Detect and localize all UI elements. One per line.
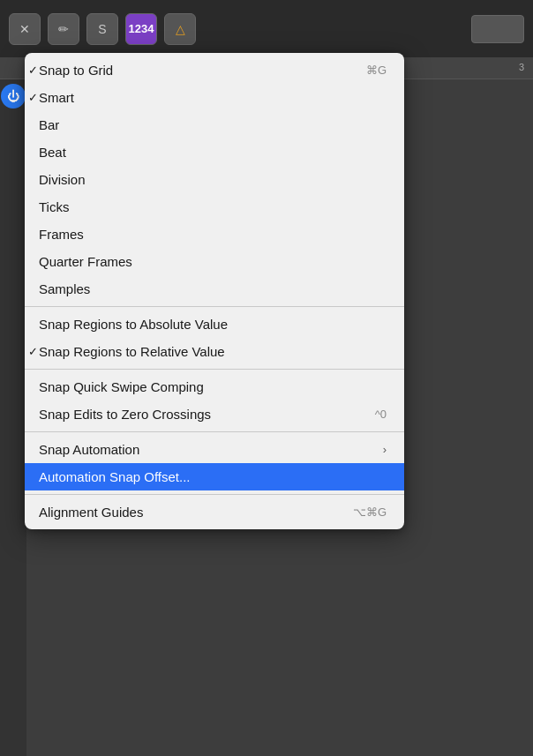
- checkmark-smart: ✓: [28, 91, 38, 104]
- menu-item-automation-snap-offset[interactable]: Automation Snap Offset...: [25, 463, 404, 490]
- menu-item-snap-quick-swipe[interactable]: Snap Quick Swipe Comping: [25, 373, 404, 400]
- menu-item-frames[interactable]: Frames: [25, 221, 404, 248]
- menu-item-snap-absolute[interactable]: Snap Regions to Absolute Value: [25, 311, 404, 338]
- separator-2: [25, 369, 404, 370]
- menu-item-bar[interactable]: Bar: [25, 111, 404, 138]
- menu-item-alignment-guides[interactable]: Alignment Guides ⌥⌘G: [25, 498, 404, 526]
- menu-label-alignment-guides: Alignment Guides: [39, 505, 143, 520]
- pencil-btn[interactable]: ✏: [48, 13, 79, 45]
- shortcut-snap-to-grid: ⌘G: [366, 64, 387, 77]
- ruler-number-3: 3: [519, 62, 524, 72]
- separator-3: [25, 431, 404, 432]
- separator-1: [25, 306, 404, 307]
- alert-btn[interactable]: △: [164, 13, 196, 45]
- menu-label-smart: Smart: [39, 90, 74, 105]
- menu-label-quarter-frames: Quarter Frames: [39, 254, 132, 269]
- menu-item-snap-edits[interactable]: Snap Edits to Zero Crossings ^0: [25, 400, 404, 428]
- menu-item-ticks[interactable]: Ticks: [25, 193, 404, 221]
- menu-item-quarter-frames[interactable]: Quarter Frames: [25, 248, 404, 275]
- checkmark-snap-to-grid: ✓: [28, 64, 38, 77]
- daw-toolbar: ✕ ✏ S 1234 △: [0, 0, 533, 57]
- menu-label-automation-snap-offset: Automation Snap Offset...: [39, 469, 191, 484]
- menu-label-snap-relative: Snap Regions to Relative Value: [39, 344, 225, 359]
- menu-item-division[interactable]: Division: [25, 166, 404, 193]
- menu-item-smart[interactable]: ✓ Smart: [25, 84, 404, 111]
- checkmark-snap-relative: ✓: [28, 345, 38, 358]
- menu-label-snap-absolute: Snap Regions to Absolute Value: [39, 317, 228, 332]
- shortcut-alignment-guides: ⌥⌘G: [353, 505, 387, 519]
- menu-item-samples[interactable]: Samples: [25, 275, 404, 303]
- menu-label-snap-edits: Snap Edits to Zero Crossings: [39, 407, 211, 422]
- shortcut-snap-edits: ^0: [375, 408, 387, 421]
- dropdown-menu: ✓ Snap to Grid ⌘G ✓ Smart Bar Beat Divis…: [25, 53, 404, 529]
- menu-label-samples: Samples: [39, 281, 90, 296]
- s-btn[interactable]: S: [86, 13, 118, 45]
- menu-label-snap-to-grid: Snap to Grid: [39, 63, 113, 78]
- menu-item-beat[interactable]: Beat: [25, 138, 404, 166]
- menu-item-snap-to-grid[interactable]: ✓ Snap to Grid ⌘G: [25, 56, 404, 84]
- menu-label-beat: Beat: [39, 145, 66, 160]
- menu-label-bar: Bar: [39, 117, 59, 132]
- menu-label-division: Division: [39, 172, 86, 187]
- menu-label-snap-automation: Snap Automation: [39, 442, 139, 457]
- counter-btn[interactable]: 1234: [125, 13, 157, 45]
- menu-label-snap-quick-swipe: Snap Quick Swipe Comping: [39, 379, 204, 394]
- separator-4: [25, 494, 404, 495]
- menu-item-snap-automation[interactable]: Snap Automation ›: [25, 436, 404, 463]
- menu-label-ticks: Ticks: [39, 199, 69, 214]
- power-button[interactable]: ⏻: [1, 84, 26, 109]
- daw-sidebar: ⏻: [0, 79, 26, 756]
- menu-item-snap-relative[interactable]: ✓ Snap Regions to Relative Value: [25, 338, 404, 365]
- arrow-icon-snap-automation: ›: [383, 443, 387, 456]
- close-btn[interactable]: ✕: [9, 13, 41, 45]
- menu-label-frames: Frames: [39, 227, 84, 242]
